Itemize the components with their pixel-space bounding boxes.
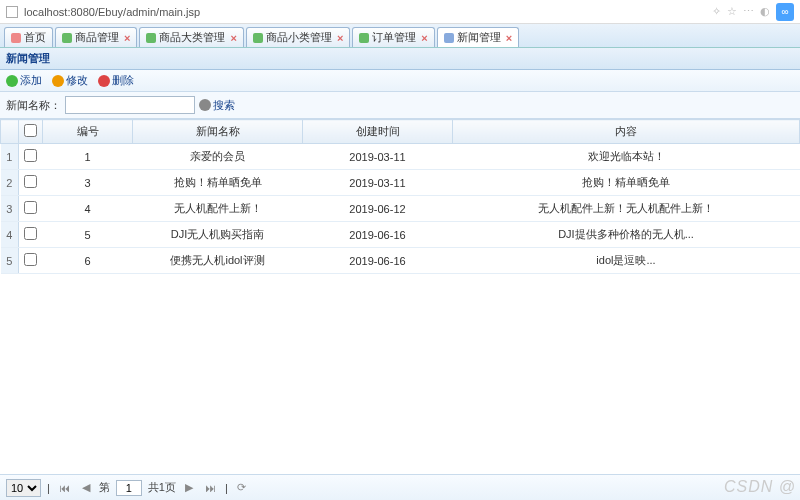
first-button[interactable]: ⏮ (56, 482, 73, 494)
next-button[interactable]: ▶ (182, 481, 196, 494)
addressbar-right: ✧ ☆ ⋯ ◐ ∞ (712, 3, 794, 21)
dots-icon[interactable]: ⋯ (743, 5, 754, 18)
tab-strip: 首页 商品管理× 商品大类管理× 商品小类管理× 订单管理× 新闻管理× (0, 24, 800, 48)
close-icon[interactable]: × (124, 32, 130, 44)
col-name[interactable]: 新闻名称 (133, 120, 303, 144)
name-cell: 抢购！精单晒免单 (133, 170, 303, 196)
wand-icon[interactable]: ✧ (712, 5, 721, 18)
rownum-cell: 1 (1, 144, 19, 170)
page-icon (6, 6, 18, 18)
name-cell: 便携无人机idol评测 (133, 248, 303, 274)
star-icon[interactable]: ☆ (727, 5, 737, 18)
time-cell: 2019-06-16 (303, 248, 453, 274)
col-time[interactable]: 创建时间 (303, 120, 453, 144)
search-button[interactable]: 搜索 (199, 98, 235, 113)
content-cell: 抢购！精单晒免单 (453, 170, 800, 196)
prev-button[interactable]: ◀ (79, 481, 93, 494)
table-row[interactable]: 1 1 亲爱的会员 2019-03-11 欢迎光临本站！ (1, 144, 800, 170)
rownum-cell: 2 (1, 170, 19, 196)
search-bar: 新闻名称： 搜索 (0, 92, 800, 119)
close-icon[interactable]: × (506, 32, 512, 44)
content-cell: idol是逗映... (453, 248, 800, 274)
close-icon[interactable]: × (421, 32, 427, 44)
name-cell: 亲爱的会员 (133, 144, 303, 170)
pagesize-select[interactable]: 10 (6, 479, 41, 497)
check-cell[interactable] (19, 144, 43, 170)
content-cell: 无人机配件上新！无人机配件上新！ (453, 196, 800, 222)
table-row[interactable]: 3 4 无人机配件上新！ 2019-06-12 无人机配件上新！无人机配件上新！ (1, 196, 800, 222)
col-check[interactable] (19, 120, 43, 144)
checkbox-all[interactable] (24, 124, 37, 137)
pencil-icon (52, 75, 64, 87)
tab-label: 首页 (24, 30, 46, 45)
tab-order[interactable]: 订单管理× (352, 27, 434, 47)
name-cell: DJI无人机购买指南 (133, 222, 303, 248)
tab-label: 商品小类管理 (266, 30, 332, 45)
grid-icon (359, 33, 369, 43)
tab-label: 商品管理 (75, 30, 119, 45)
pager: 10 | ⏮ ◀ 第 共1页 ▶ ⏭ | ⟳ (0, 474, 800, 500)
add-button[interactable]: 添加 (6, 73, 42, 88)
rownum-cell: 5 (1, 248, 19, 274)
circle-icon[interactable]: ◐ (760, 5, 770, 18)
row-checkbox[interactable] (24, 175, 37, 188)
last-button[interactable]: ⏭ (202, 482, 219, 494)
check-cell[interactable] (19, 196, 43, 222)
search-label: 新闻名称： (6, 98, 61, 113)
id-cell: 5 (43, 222, 133, 248)
tab-label: 新闻管理 (457, 30, 501, 45)
rownum-cell: 3 (1, 196, 19, 222)
row-checkbox[interactable] (24, 201, 37, 214)
check-cell[interactable] (19, 222, 43, 248)
edit-button[interactable]: 修改 (52, 73, 88, 88)
id-cell: 6 (43, 248, 133, 274)
time-cell: 2019-03-11 (303, 170, 453, 196)
tab-product[interactable]: 商品管理× (55, 27, 137, 47)
tab-news[interactable]: 新闻管理× (437, 27, 519, 47)
address-bar: localhost:8080/Ebuy/admin/main.jsp ✧ ☆ ⋯… (0, 0, 800, 24)
content-cell: 欢迎光临本站！ (453, 144, 800, 170)
row-checkbox[interactable] (24, 149, 37, 162)
content-cell: DJI提供多种价格的无人机... (453, 222, 800, 248)
delete-button[interactable]: 删除 (98, 73, 134, 88)
col-content[interactable]: 内容 (453, 120, 800, 144)
row-checkbox[interactable] (24, 227, 37, 240)
rownum-cell: 4 (1, 222, 19, 248)
tab-label: 订单管理 (372, 30, 416, 45)
refresh-button[interactable]: ⟳ (234, 481, 249, 494)
check-cell[interactable] (19, 248, 43, 274)
tab-bigcat[interactable]: 商品大类管理× (139, 27, 243, 47)
header-row: 编号 新闻名称 创建时间 内容 (1, 120, 800, 144)
grid: 编号 新闻名称 创建时间 内容 1 1 亲爱的会员 2019-03-11 欢迎光… (0, 119, 800, 459)
check-cell[interactable] (19, 170, 43, 196)
news-icon (444, 33, 454, 43)
time-cell: 2019-06-12 (303, 196, 453, 222)
col-id[interactable]: 编号 (43, 120, 133, 144)
panel-title: 新闻管理 (0, 48, 800, 70)
id-cell: 1 (43, 144, 133, 170)
table-row[interactable]: 2 3 抢购！精单晒免单 2019-03-11 抢购！精单晒免单 (1, 170, 800, 196)
ext-icon[interactable]: ∞ (776, 3, 794, 21)
time-cell: 2019-06-16 (303, 222, 453, 248)
tab-home[interactable]: 首页 (4, 27, 53, 47)
table-row[interactable]: 5 6 便携无人机idol评测 2019-06-16 idol是逗映... (1, 248, 800, 274)
grid-icon (62, 33, 72, 43)
close-icon[interactable]: × (230, 32, 236, 44)
home-icon (11, 33, 21, 43)
plus-icon (6, 75, 18, 87)
search-icon (199, 99, 211, 111)
tab-label: 商品大类管理 (159, 30, 225, 45)
time-cell: 2019-03-11 (303, 144, 453, 170)
close-icon[interactable]: × (337, 32, 343, 44)
col-rownum (1, 120, 19, 144)
toolbar: 添加 修改 删除 (0, 70, 800, 92)
row-checkbox[interactable] (24, 253, 37, 266)
id-cell: 3 (43, 170, 133, 196)
tab-smallcat[interactable]: 商品小类管理× (246, 27, 350, 47)
url-text: localhost:8080/Ebuy/admin/main.jsp (24, 6, 200, 18)
minus-icon (98, 75, 110, 87)
grid-icon (146, 33, 156, 43)
page-input[interactable] (116, 480, 142, 496)
search-input[interactable] (65, 96, 195, 114)
table-row[interactable]: 4 5 DJI无人机购买指南 2019-06-16 DJI提供多种价格的无人机.… (1, 222, 800, 248)
